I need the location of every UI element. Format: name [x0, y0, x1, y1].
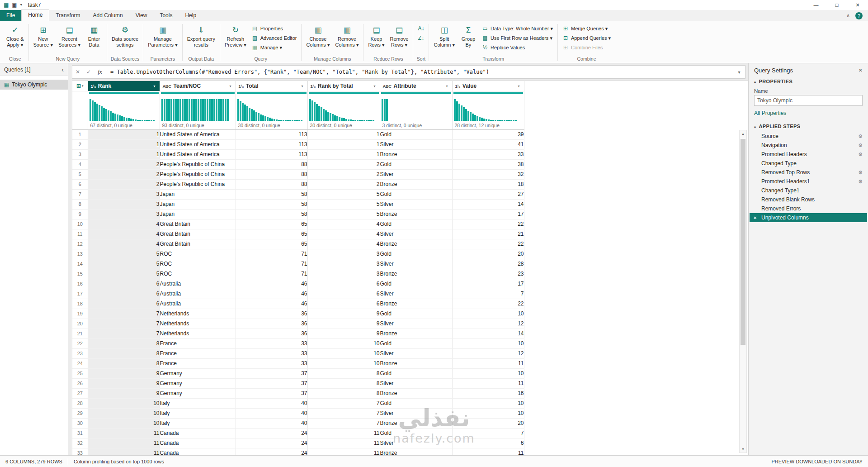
row-number[interactable]: 33 — [72, 448, 88, 456]
vertical-scrollbar[interactable]: ▴ ▾ — [739, 130, 747, 453]
cell-total[interactable]: 65 — [236, 219, 307, 229]
cell-team-noc[interactable]: ROC — [160, 269, 236, 279]
cell-rank-by-total[interactable]: 11 — [307, 429, 380, 438]
close-settings-icon[interactable]: ✕ — [859, 67, 863, 73]
cell-rank-by-total[interactable]: 6 — [307, 279, 380, 289]
applied-step-changed-type1[interactable]: Changed Type1 — [750, 186, 867, 195]
cell-rank[interactable]: 6 — [88, 289, 160, 299]
cell-rank-by-total[interactable]: 11 — [307, 448, 380, 456]
cell-rank-by-total[interactable]: 8 — [307, 389, 380, 399]
cell-rank[interactable]: 9 — [88, 379, 160, 389]
column-header-rank-by-total[interactable]: 1²₃Rank by Total▾ — [307, 81, 380, 91]
collapse-queries-icon[interactable]: ‹ — [61, 66, 64, 73]
cell-rank[interactable]: 7 — [88, 329, 160, 339]
cell-value[interactable]: 11 — [452, 359, 524, 369]
cell-value[interactable]: 10 — [452, 369, 524, 379]
ribbon-button-choose-columns[interactable]: ▥Choose Columns ▾ — [304, 23, 332, 56]
cell-attribute[interactable]: Bronze — [380, 448, 452, 456]
cell-team-noc[interactable]: Japan — [160, 200, 236, 210]
cell-attribute[interactable]: Silver — [380, 140, 452, 150]
cell-team-noc[interactable]: Great Britain — [160, 219, 236, 229]
cell-rank[interactable]: 5 — [88, 249, 160, 259]
cell-rank-by-total[interactable]: 9 — [307, 319, 380, 329]
cell-rank-by-total[interactable]: 6 — [307, 289, 380, 299]
cell-attribute[interactable]: Gold — [380, 309, 452, 319]
cell-attribute[interactable]: Gold — [380, 249, 452, 259]
cell-team-noc[interactable]: Canada — [160, 448, 236, 456]
cell-total[interactable]: 24 — [236, 438, 307, 448]
cell-rank[interactable]: 7 — [88, 309, 160, 319]
cell-team-noc[interactable]: ROC — [160, 249, 236, 259]
row-number[interactable]: 29 — [72, 409, 88, 419]
cell-rank[interactable]: 7 — [88, 319, 160, 329]
cell-team-noc[interactable]: Canada — [160, 438, 236, 448]
cell-value[interactable]: 14 — [452, 329, 524, 339]
filter-caret-icon[interactable]: ▾ — [371, 82, 379, 90]
cell-rank[interactable]: 2 — [88, 160, 160, 170]
cell-team-noc[interactable]: United States of America — [160, 130, 236, 140]
cell-rank[interactable]: 10 — [88, 409, 160, 419]
cell-rank-by-total[interactable]: 4 — [307, 219, 380, 229]
column-header-total[interactable]: 1²₃Total▾ — [236, 81, 307, 91]
row-number[interactable]: 9 — [72, 210, 88, 219]
ribbon-button-data-type-whole-number[interactable]: ▭Data Type: Whole Number ▾ — [480, 24, 555, 33]
cell-rank[interactable]: 10 — [88, 419, 160, 429]
ribbon-button-manage[interactable]: ▦Manage ▾ — [250, 43, 299, 52]
cell-team-noc[interactable]: Italy — [160, 409, 236, 419]
column-header-attribute[interactable]: ABCAttribute▾ — [380, 81, 452, 91]
tab-view[interactable]: View — [129, 10, 154, 21]
minimize-button[interactable]: — — [806, 0, 826, 10]
cell-team-noc[interactable]: Italy — [160, 399, 236, 409]
cell-total[interactable]: 37 — [236, 389, 307, 399]
cell-value[interactable]: 23 — [452, 269, 524, 279]
cell-team-noc[interactable]: Australia — [160, 279, 236, 289]
all-properties-link[interactable]: All Properties — [754, 110, 863, 116]
ribbon-button-group-by[interactable]: ΣGroup By — [458, 23, 479, 56]
cell-team-noc[interactable]: Australia — [160, 299, 236, 309]
cell-attribute[interactable]: Bronze — [380, 180, 452, 190]
close-button[interactable]: ✕ — [847, 0, 868, 10]
cell-value[interactable]: 11 — [452, 448, 524, 456]
ribbon-button-new-source[interactable]: ⊞New Source ▾ — [31, 23, 55, 56]
gear-icon[interactable]: ⚙ — [858, 133, 863, 139]
row-number[interactable]: 15 — [72, 269, 88, 279]
cell-total[interactable]: 46 — [236, 299, 307, 309]
cell-rank[interactable]: 4 — [88, 239, 160, 249]
cell-attribute[interactable]: Silver — [380, 259, 452, 269]
cell-rank[interactable]: 5 — [88, 269, 160, 279]
cell-rank[interactable]: 9 — [88, 389, 160, 399]
cell-total[interactable]: 46 — [236, 289, 307, 299]
cell-total[interactable]: 40 — [236, 409, 307, 419]
cell-attribute[interactable]: Bronze — [380, 329, 452, 339]
gear-icon[interactable]: ⚙ — [858, 143, 863, 148]
cell-team-noc[interactable]: United States of America — [160, 150, 236, 160]
cell-team-noc[interactable]: Great Britain — [160, 229, 236, 239]
scroll-down-icon[interactable]: ▾ — [742, 446, 744, 453]
filter-caret-icon[interactable]: ▾ — [151, 82, 159, 90]
cell-attribute[interactable]: Silver — [380, 289, 452, 299]
tab-add-column[interactable]: Add Column — [87, 10, 129, 21]
cell-attribute[interactable]: Gold — [380, 369, 452, 379]
cell-value[interactable]: 14 — [452, 200, 524, 210]
gear-icon[interactable]: ⚙ — [858, 152, 863, 157]
cell-rank[interactable]: 3 — [88, 200, 160, 210]
cell-rank-by-total[interactable]: 4 — [307, 229, 380, 239]
cell-rank-by-total[interactable]: 5 — [307, 190, 380, 200]
cell-rank-by-total[interactable]: 2 — [307, 160, 380, 170]
row-number[interactable]: 11 — [72, 229, 88, 239]
cell-rank[interactable]: 8 — [88, 359, 160, 369]
cell-team-noc[interactable]: Germany — [160, 379, 236, 389]
cell-total[interactable]: 36 — [236, 329, 307, 339]
row-number[interactable]: 20 — [72, 319, 88, 329]
cell-value[interactable]: 27 — [452, 190, 524, 200]
cell-total[interactable]: 33 — [236, 339, 307, 349]
ribbon-button-properties[interactable]: ▤Properties — [250, 24, 299, 33]
cell-rank-by-total[interactable]: 10 — [307, 359, 380, 369]
grid-corner-cell[interactable]: ⊞▾ — [72, 81, 88, 91]
cell-value[interactable]: 32 — [452, 170, 524, 180]
cell-team-noc[interactable]: Australia — [160, 289, 236, 299]
cell-attribute[interactable]: Bronze — [380, 210, 452, 219]
cell-rank-by-total[interactable]: 9 — [307, 329, 380, 339]
cell-rank[interactable]: 8 — [88, 339, 160, 349]
cell-rank-by-total[interactable]: 2 — [307, 170, 380, 180]
